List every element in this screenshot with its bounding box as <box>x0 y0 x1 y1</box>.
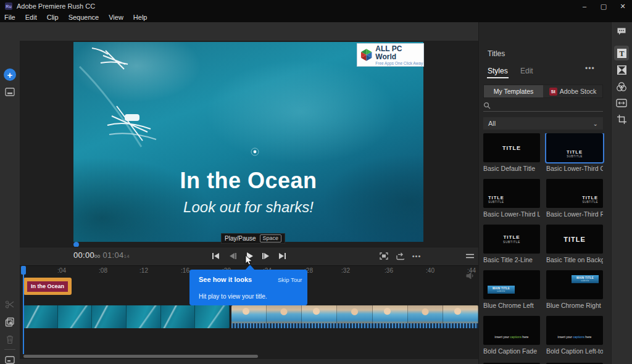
step-back-button[interactable] <box>227 251 238 261</box>
video-clip-1[interactable] <box>23 305 230 328</box>
app-logo-icon: Ru <box>5 2 12 10</box>
template-card[interactable] <box>483 362 540 364</box>
split-scissors-icon[interactable] <box>4 298 16 310</box>
add-media-button[interactable]: + <box>4 68 16 81</box>
template-thumb[interactable]: TITLESUBTITLE <box>483 225 540 254</box>
search-icon <box>483 102 491 109</box>
templates-source-switch: My Templates St Adobe Stock <box>483 85 603 98</box>
playpause-tooltip: Play/Pause Space <box>221 233 285 244</box>
title-clip[interactable]: In the Ocean <box>23 278 72 295</box>
thumb-title-text: TITLE <box>502 145 521 151</box>
close-button[interactable]: ✕ <box>613 0 632 12</box>
media-browser-icon[interactable] <box>4 86 16 98</box>
template-thumb-selected[interactable]: TITLESUBTITLE <box>546 133 603 162</box>
template-card[interactable]: MAIN TITLEsubtitle Blue Chrome Right <box>546 270 603 309</box>
template-label: Basic Lower-Third Ri... <box>546 210 603 218</box>
more-options-icon[interactable]: ••• <box>411 251 422 261</box>
template-thumb[interactable]: MAIN TITLEsubtitle <box>483 270 540 299</box>
ruler-tick: :32 <box>341 267 350 274</box>
template-search-input[interactable] <box>483 100 603 112</box>
go-to-start-button[interactable] <box>210 251 221 261</box>
thumb-title-text: TITLE <box>563 236 586 243</box>
preview-title-text: In the Ocean <box>73 168 423 194</box>
template-label: Basic Default Title <box>483 165 540 172</box>
menu-help[interactable]: Help <box>128 12 152 22</box>
clip-frame <box>92 305 127 328</box>
watermark-tagline: Free Apps One Click Away <box>375 61 423 65</box>
template-label: Basic Lower-Third Left <box>483 210 540 218</box>
template-card[interactable]: TITLE Basic Default Title <box>483 133 540 172</box>
speed-tool-icon[interactable] <box>614 96 629 110</box>
window-title: Adobe Premiere Rush CC <box>17 2 95 10</box>
template-card[interactable]: TITLESUBTITLE Basic Lower-Third C... <box>546 133 603 172</box>
ruler-tick: :12 <box>139 267 148 274</box>
timecode-display: 00:0000 01:0414 <box>73 250 130 260</box>
template-card[interactable]: TITLE Basic Title on Backg... <box>546 225 603 263</box>
template-thumb[interactable]: TITLESUBTITLE <box>546 179 603 208</box>
tab-styles-underline <box>487 77 509 78</box>
crop-tool-icon[interactable] <box>614 112 629 126</box>
adobe-stock-label: Adobe Stock <box>560 88 597 95</box>
minimize-button[interactable]: – <box>575 0 594 12</box>
feedback-chat-icon[interactable] <box>617 27 626 36</box>
template-card[interactable]: TITLESUBTITLE Basic Lower-Third Left <box>483 179 540 218</box>
adobe-stock-button[interactable]: St Adobe Stock <box>543 85 602 97</box>
left-toolbar: + <box>0 22 20 364</box>
template-thumb[interactable]: insert your captions here <box>546 316 603 345</box>
tour-tooltip-body: Hit play to view your title. <box>199 293 267 300</box>
template-thumb[interactable]: TITLE <box>546 225 603 254</box>
thumb-subtitle-text: subtitle <box>497 290 505 292</box>
template-thumb[interactable]: TITLESUBTITLE <box>483 179 540 208</box>
titlebar[interactable]: Ru Adobe Premiere Rush CC – ▢ ✕ <box>0 0 632 12</box>
panel-more-icon[interactable]: ••• <box>585 64 595 73</box>
go-to-end-button[interactable] <box>276 251 288 261</box>
loop-icon[interactable] <box>394 251 405 261</box>
category-dropdown-value: All <box>488 120 496 127</box>
template-card[interactable]: MAIN TITLEsubtitle Blue Chrome Left <box>483 270 540 309</box>
category-dropdown[interactable]: All ⌄ <box>483 117 603 130</box>
thumb-caption-post: here <box>522 335 528 339</box>
template-label: Basic Title on Backg... <box>546 256 603 263</box>
my-templates-button[interactable]: My Templates <box>484 85 543 97</box>
menu-sequence[interactable]: Sequence <box>64 12 104 22</box>
menu-clip[interactable]: Clip <box>42 12 64 22</box>
transitions-tool-icon[interactable] <box>614 62 629 77</box>
voiceover-icon[interactable] <box>4 354 16 364</box>
thumb-title-text: TITLE <box>488 195 504 201</box>
template-card[interactable] <box>546 362 603 364</box>
bottom-strip <box>20 359 478 364</box>
template-thumb[interactable]: MAIN TITLEsubtitle <box>546 270 603 299</box>
template-card[interactable]: insert your captions here Bold Caption F… <box>483 316 540 355</box>
watermark-logo-icon <box>360 48 373 62</box>
maximize-button[interactable]: ▢ <box>594 0 613 12</box>
template-card[interactable]: TITLESUBTITLE Basic Lower-Third Ri... <box>546 179 603 218</box>
thumb-caption-word: captions <box>573 335 584 339</box>
adobe-stock-icon: St <box>549 88 557 96</box>
template-card[interactable]: TITLESUBTITLE Basic Title 2-Line <box>483 225 540 263</box>
skip-tour-link[interactable]: Skip Tour <box>278 276 302 283</box>
thumb-title-text: TITLE <box>546 149 603 155</box>
template-card[interactable]: insert your captions here Bold Caption L… <box>546 316 603 355</box>
tab-edit-panel[interactable]: Edit <box>520 67 533 75</box>
timeline-horizontal-scrollbar[interactable] <box>23 355 258 358</box>
color-tool-icon[interactable] <box>614 79 629 94</box>
template-thumb[interactable]: TITLE <box>483 133 540 162</box>
track-mute-icon[interactable] <box>466 272 475 279</box>
duplicate-icon[interactable] <box>4 316 16 328</box>
delete-trash-icon[interactable] <box>4 333 16 345</box>
fullscreen-icon[interactable] <box>378 251 389 261</box>
menu-file[interactable]: File <box>0 12 20 22</box>
template-thumb[interactable]: insert your captions here <box>483 316 540 345</box>
template-label: Blue Chrome Right <box>546 302 603 309</box>
step-forward-button[interactable] <box>260 251 271 261</box>
menu-edit[interactable]: Edit <box>20 12 42 22</box>
tab-styles[interactable]: Styles <box>488 67 508 75</box>
tour-tooltip-title: See how it looks <box>199 276 252 283</box>
menu-view[interactable]: View <box>104 12 128 22</box>
titles-tool-icon[interactable]: T <box>614 46 629 60</box>
timeline-menu-icon[interactable] <box>464 251 475 261</box>
clip-frame <box>161 305 196 328</box>
thumb-caption-pre: insert your <box>495 335 510 339</box>
playhead-line[interactable] <box>23 274 24 354</box>
playhead-handle[interactable] <box>21 266 26 275</box>
